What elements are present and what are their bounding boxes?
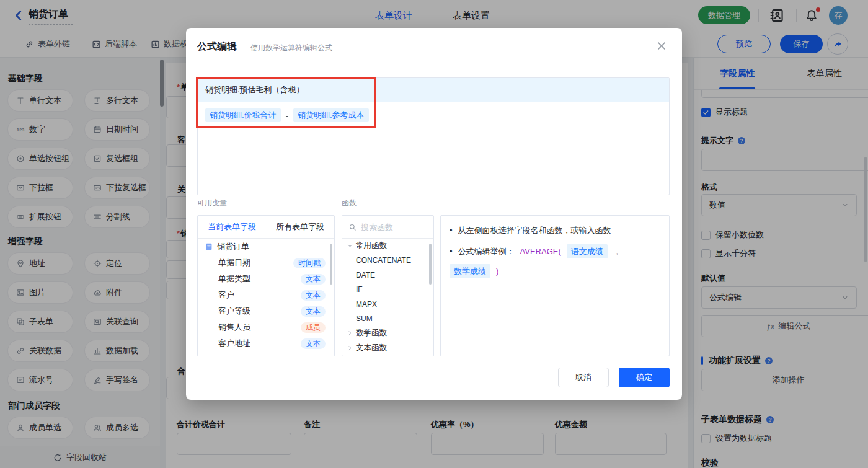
function-search-input[interactable]	[361, 223, 427, 232]
variable-row[interactable]: 客户 文本	[198, 287, 334, 303]
variables-panel-label: 可用变量	[197, 198, 227, 208]
example-arg-2: 数学成绩	[450, 264, 490, 278]
cancel-button[interactable]: 取消	[558, 368, 609, 387]
functions-scrollbar[interactable]	[429, 244, 432, 285]
function-row[interactable]: IF	[342, 283, 433, 298]
function-row[interactable]: CONCATENATE	[342, 254, 433, 268]
formula-editor-area[interactable]: 销货明细.预估毛利（含税） = 销货明细.价税合计 - 销货明细.参考成本	[197, 77, 670, 195]
variable-name: 单据日期	[218, 257, 250, 268]
variable-name: 客户地址	[218, 338, 250, 349]
function-search	[342, 216, 433, 239]
variable-row[interactable]	[198, 351, 334, 356]
function-label: 数学函数	[356, 328, 387, 338]
formula-expression-line: 销货明细.价税合计 - 销货明细.参考成本	[205, 108, 669, 122]
tab-all-form-fields[interactable]: 所有表单字段	[276, 221, 324, 232]
variables-tree-root[interactable]: 销货订单	[198, 239, 334, 255]
function-row[interactable]: 文本函数	[342, 341, 433, 356]
variable-type-badge: 文本	[301, 306, 326, 317]
functions-panel-label: 函数	[342, 198, 356, 208]
chevron-right-icon	[347, 345, 353, 351]
confirm-button[interactable]: 确定	[619, 368, 670, 387]
variable-type-badge: 时间戳	[293, 258, 326, 268]
tab-current-form-fields[interactable]: 当前表单字段	[208, 221, 256, 232]
formula-editor-modal: 公式编辑 使用数学运算符编辑公式 销货明细.预估毛利（含税） = 销货明细.价税…	[186, 28, 682, 400]
function-row[interactable]: MAPX	[342, 297, 433, 312]
function-label: IF	[356, 285, 363, 294]
search-icon	[348, 223, 356, 231]
function-row[interactable]: DATE	[342, 268, 433, 283]
variable-row[interactable]: 客户地址 文本	[198, 335, 334, 351]
chevron-right-icon	[347, 330, 353, 337]
function-row[interactable]: 常用函数	[342, 239, 433, 254]
function-list: 常用函数 CONCATENATE DATE IF	[342, 239, 433, 355]
variable-type-badge: 成员	[301, 322, 326, 333]
function-label: 常用函数	[356, 241, 387, 251]
function-label: 文本函数	[356, 343, 387, 353]
variable-name: 单据类型	[218, 273, 250, 285]
variable-type-badge: 文本	[301, 290, 326, 301]
variable-row[interactable]: 单据日期 时间戳	[198, 255, 334, 271]
variables-list: 单据日期 时间戳 单据类型 文本 客户 文本 客户等级	[198, 255, 334, 356]
form-designer-app: 销货订单 表单设计 表单设置 数据管理 存 表单外链 后端脚本 数据权限 预览 …	[0, 0, 868, 468]
formula-token-right[interactable]: 销货明细.参考成本	[293, 108, 369, 122]
variable-name: 客户等级	[218, 306, 250, 317]
formula-operator: -	[286, 111, 288, 120]
variables-tabs: 当前表单字段 所有表单字段	[198, 216, 334, 239]
tips-panel: • 从左侧面板选择字段名和函数，或输入函数 • 公式编辑举例：AVERAGE( …	[440, 215, 670, 356]
tip-line-2: • 公式编辑举例：AVERAGE( 语文成绩， 数学成绩)	[450, 244, 660, 278]
function-label: DATE	[356, 271, 375, 280]
tree-root-label: 销货订单	[217, 241, 249, 252]
modal-subtitle: 使用数学运算符编辑公式	[250, 43, 332, 53]
variable-row[interactable]: 单据类型 文本	[198, 271, 334, 287]
close-icon[interactable]	[656, 40, 667, 51]
variable-row[interactable]: 客户等级 文本	[198, 303, 334, 319]
formula-token-left[interactable]: 销货明细.价税合计	[205, 108, 281, 122]
variables-panel: 当前表单字段 所有表单字段 销货订单 单据日期 时间戳 单据类型 文本	[197, 215, 335, 356]
function-label: SUM	[356, 314, 373, 323]
function-row[interactable]: SUM	[342, 312, 433, 327]
example-close-paren: )	[496, 265, 498, 277]
chevron-right-icon	[347, 242, 353, 249]
variable-type-badge: 文本	[301, 338, 326, 349]
variable-name: 销售人员	[218, 322, 250, 333]
function-label: MAPX	[356, 300, 377, 309]
doc-icon	[205, 242, 213, 251]
function-row[interactable]: 数学函数	[342, 326, 433, 341]
function-label: CONCATENATE	[356, 256, 411, 265]
variables-scrollbar[interactable]	[330, 244, 332, 285]
formula-target-line: 销货明细.预估毛利（含税） =	[198, 78, 669, 102]
variable-type-badge: 文本	[301, 274, 326, 285]
functions-panel: 常用函数 CONCATENATE DATE IF	[342, 215, 434, 356]
example-arg-1: 语文成绩	[567, 244, 608, 258]
modal-title: 公式编辑	[197, 40, 237, 53]
variable-row[interactable]: 销售人员 成员	[198, 319, 334, 335]
variable-name: 客户	[218, 289, 234, 301]
example-function-name: AVERAGE(	[520, 245, 561, 257]
tip-line-1: • 从左侧面板选择字段名和函数，或输入函数	[450, 224, 660, 236]
